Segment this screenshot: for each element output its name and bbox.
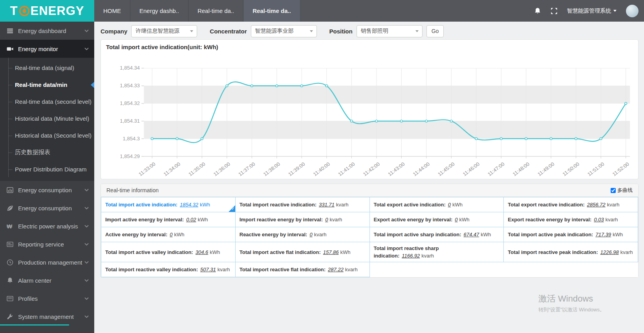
sidebar-subitem[interactable]: 历史数据报表	[0, 144, 94, 161]
top-bar: T ENERGY HOMEEnergy dashb..Real-time da.…	[0, 0, 644, 22]
go-button[interactable]: Go	[426, 25, 444, 37]
chart-panel: 1,854.341,854.331,854.321,854.311,854.31…	[101, 39, 639, 179]
multi-curve-checkbox[interactable]	[611, 188, 616, 193]
realtime-table: Total import active indication:1854.32kW…	[101, 197, 638, 277]
multi-curve-label: 多曲线	[617, 187, 633, 194]
sidebar-item-label: System management	[18, 313, 74, 320]
sidebar-item[interactable]: Energy consumption	[0, 199, 94, 217]
sidebar-item[interactable]: Alarm center	[0, 271, 94, 289]
sidebar-scroll-indicator	[0, 324, 69, 326]
rt-cell[interactable]: Export active energy by interval:0kWh	[370, 212, 504, 227]
svg-text:1,854.31: 1,854.31	[120, 118, 140, 124]
company-select-value: 许继信息智慧能源	[135, 28, 179, 35]
sidebar-subitem[interactable]: Real-time data/min	[0, 76, 94, 93]
rt-cell-unit: kvarh	[218, 267, 230, 272]
sidebar-item-label: Production management	[18, 259, 82, 266]
rt-cell[interactable]: Total import reactive flat indication:28…	[235, 262, 370, 277]
nav-tab[interactable]: Real-time da..	[188, 0, 243, 22]
chevron-down-icon	[84, 297, 89, 300]
nav-tab[interactable]: HOME	[94, 0, 130, 22]
logo-text-t: T	[10, 4, 18, 18]
sidebar-item[interactable]: Energy consumption	[0, 181, 94, 199]
multi-curve-toggle[interactable]: 多曲线	[611, 187, 633, 194]
rt-cell[interactable]: Total export active indication:0kWh	[370, 197, 504, 212]
sidebar-item[interactable]: Production management	[0, 253, 94, 271]
rt-cell[interactable]: Total import reactive peak indication:12…	[504, 242, 638, 262]
logo-text-energy: ENERGY	[31, 4, 84, 18]
table-row: Active energy by interval:0kWhReactive e…	[101, 227, 638, 242]
sidebar-item[interactable]: System management	[0, 307, 94, 326]
video-camera-icon	[7, 46, 13, 52]
rt-cell-label: Reactive energy by interval:	[240, 232, 307, 237]
sidebar-item-label: Energy dashboard	[18, 28, 66, 34]
position-select[interactable]: 销售部照明	[357, 25, 423, 37]
sidebar-subitem[interactable]: Historical data (Second level)	[0, 127, 94, 144]
bar-chart-icon	[7, 187, 13, 193]
sidebar-item-label: Reporting service	[18, 241, 64, 248]
svg-text:1,854.33: 1,854.33	[120, 83, 140, 89]
user-avatar[interactable]	[626, 5, 639, 17]
rt-cell-value: 331.71	[319, 202, 335, 208]
rt-cell-value: 717.39	[595, 232, 611, 237]
top-nav: HOMEEnergy dashb..Real-time da..Real-tim…	[94, 0, 300, 22]
position-select-value: 销售部照明	[361, 28, 388, 35]
rt-cell-label: Total import reactive indication:	[240, 202, 317, 208]
sidebar-item[interactable]: ₩Electric power analysis	[0, 217, 94, 235]
rt-cell-label: Active energy by interval:	[105, 232, 167, 237]
rt-cell[interactable]: Total import active flat indication:157.…	[235, 242, 370, 262]
rt-cell[interactable]: Total export reactive indication:2856.72…	[504, 197, 638, 212]
watermark-line1: 激活 Windows	[538, 293, 605, 305]
report-icon	[7, 241, 13, 248]
rt-cell[interactable]: Total import reactive valley indication:…	[101, 262, 236, 277]
rt-cell-label: Import reactive energy by interval:	[240, 217, 323, 223]
sidebar-item[interactable]: Reporting service	[0, 235, 94, 253]
concentrator-select[interactable]: 智慧能源事业部	[251, 25, 317, 37]
rt-cell[interactable]: Total import active valley indication:30…	[101, 242, 236, 262]
rt-cell-label: Total export reactive indication:	[508, 202, 585, 208]
rt-cell-label: Total import active indication:	[105, 202, 177, 208]
fullscreen-icon[interactable]	[551, 7, 558, 15]
rt-cell[interactable]: Active energy by interval:0kWh	[101, 227, 236, 242]
sidebar-subitem[interactable]: Real-time data (second level)	[0, 93, 94, 110]
sidebar-subitem[interactable]: Real-time data (signal)	[0, 59, 94, 76]
empty-cell	[370, 262, 504, 277]
rt-cell[interactable]: Import reactive energy by interval:0kvar…	[235, 212, 370, 227]
rt-cell-value: 674.47	[463, 232, 479, 237]
rt-cell[interactable]: Total import reactive indication:331.71k…	[235, 197, 370, 212]
nav-tab[interactable]: Energy dashb..	[130, 0, 188, 22]
sidebar-item[interactable]: Energy dashboard	[0, 22, 94, 40]
company-select[interactable]: 许继信息智慧能源	[131, 25, 197, 37]
sidebar-subitem[interactable]: Historical data (Minute level)	[0, 110, 94, 127]
rt-cell[interactable]: Total import active indication:1854.32kW…	[101, 197, 236, 212]
wrench-icon	[7, 313, 13, 320]
rt-cell[interactable]: Export reactive energy by interval:0.03k…	[504, 212, 638, 227]
app-window: T ENERGY HOMEEnergy dashb..Real-time da.…	[0, 0, 644, 333]
chevron-down-icon	[84, 279, 89, 282]
rt-cell[interactable]: Import active energy by interval:0.02kWh	[101, 212, 236, 227]
bell-icon	[7, 277, 13, 284]
rt-cell-value: 0	[448, 202, 451, 208]
filter-bar: Company 许继信息智慧能源 Concentrator 智慧能源事业部 Po…	[101, 23, 644, 39]
svg-text:11:40:00: 11:40:00	[312, 161, 331, 177]
nav-tab[interactable]: Real-time da..	[243, 0, 300, 22]
svg-text:11:46:00: 11:46:00	[461, 161, 481, 177]
rt-cell[interactable]: Reactive energy by interval:0kvarh	[235, 227, 370, 242]
rt-cell[interactable]: Total import active sharp indication:674…	[370, 227, 504, 242]
svg-text:1,854.34: 1,854.34	[120, 65, 140, 71]
rt-cell[interactable]: Total import reactive sharp indication:1…	[370, 242, 504, 262]
rt-cell-label: Total import reactive flat indication:	[240, 267, 326, 272]
rt-cell-unit: kvarh	[345, 267, 358, 272]
sidebar-subitem[interactable]: Power Distribution Diagram	[0, 161, 94, 178]
sidebar-item[interactable]: Energy monitor	[0, 40, 94, 58]
table-row: Total import active indication:1854.32kW…	[101, 197, 638, 212]
rt-cell[interactable]: Total import active peak indication:717.…	[504, 227, 638, 242]
svg-text:11:42:00: 11:42:00	[362, 161, 381, 177]
concentrator-label: Concentrator	[210, 28, 247, 35]
notification-bell-icon[interactable]	[534, 7, 541, 15]
rt-cell-unit: kvarh	[606, 217, 618, 223]
concentrator-select-value: 智慧能源事业部	[255, 28, 294, 35]
sidebar-item[interactable]: Profiles	[0, 289, 94, 307]
svg-text:11:47:00: 11:47:00	[487, 161, 506, 177]
svg-text:11:50:00: 11:50:00	[561, 161, 580, 177]
system-title-menu[interactable]: 智慧能源管理系统	[567, 7, 617, 15]
